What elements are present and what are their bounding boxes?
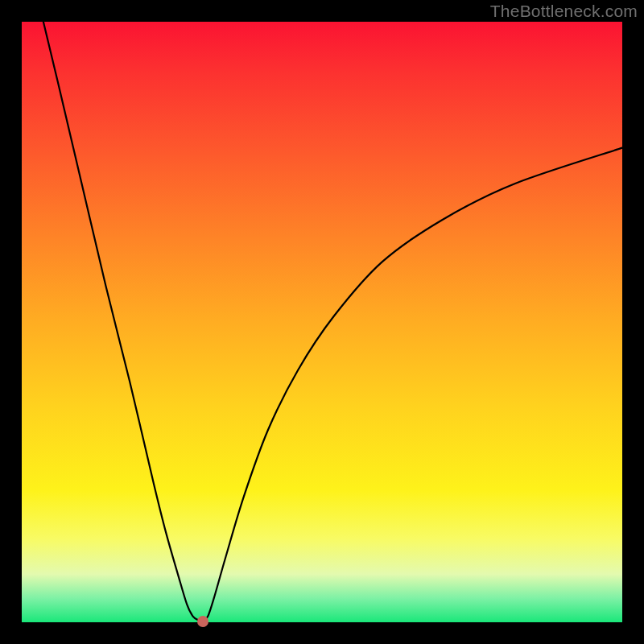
plot-area (22, 22, 622, 622)
chart-frame: TheBottleneck.com (0, 0, 644, 644)
curve-path (43, 22, 622, 621)
bottleneck-curve (22, 22, 622, 622)
minimum-marker (197, 616, 208, 627)
watermark-text: TheBottleneck.com (490, 2, 638, 21)
